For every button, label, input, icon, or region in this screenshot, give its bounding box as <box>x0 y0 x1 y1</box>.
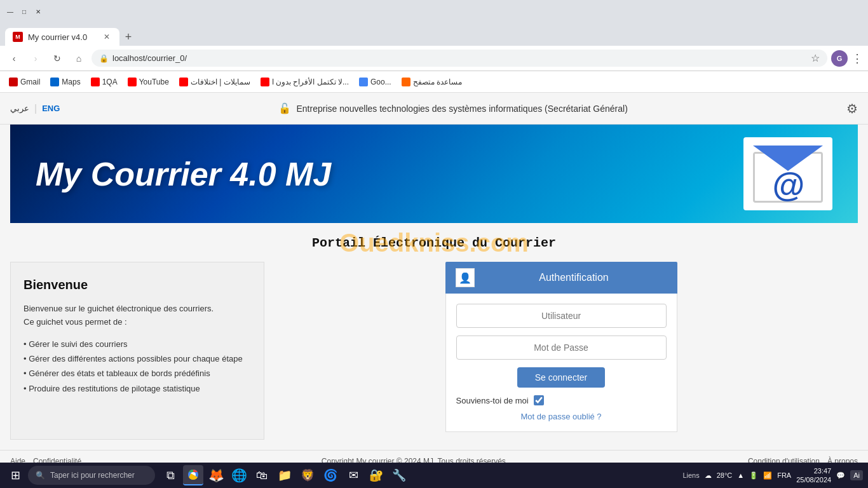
email-envelope-icon: @ <box>753 146 823 203</box>
forgot-password-link[interactable]: Mot de passe oublié ? <box>456 412 667 421</box>
taskbar: ⊞ 🔍 Taper ici pour rechercher ⧉ 🦊 🌐 🛍 📁 … <box>0 463 868 488</box>
vpn-taskbar-icon[interactable]: 🔐 <box>366 465 386 485</box>
welcome-panel: Bienvenue Bienvenue sur le guichet élect… <box>10 262 264 440</box>
profile-button[interactable]: G <box>831 50 848 67</box>
hero-banner: My Courrier 4.0 MJ @ <box>10 125 858 223</box>
ai-label[interactable]: Ai <box>850 470 863 480</box>
bookmark-help[interactable]: مساعدة متصفح <box>398 76 466 88</box>
remember-checkbox[interactable] <box>534 395 544 405</box>
login-box: 👤 Authentification Se connecter Souviens… <box>445 262 677 440</box>
date-display: 25/08/2024 <box>796 475 831 484</box>
tab-close-button[interactable]: ✕ <box>102 32 112 42</box>
edge-taskbar-icon[interactable]: 🌐 <box>229 465 249 485</box>
login-header: 👤 Authentification <box>445 262 677 294</box>
gmail-favicon <box>9 78 18 86</box>
bookmark-smilat[interactable]: سمايلات | اختلافات <box>175 76 254 88</box>
cloud-icon: ☁ <box>705 471 712 480</box>
taskbar-links-label: Liens <box>682 471 699 479</box>
login-box-wrapper: 👤 Authentification Se connecter Souviens… <box>264 257 858 440</box>
url-text: localhost/courrier_0/ <box>112 53 187 63</box>
window-controls: — □ ✕ <box>5 6 43 17</box>
active-tab[interactable]: M My courrier v4.0 ✕ <box>5 28 119 46</box>
language: FRA <box>777 471 791 479</box>
reload-button[interactable]: ↻ <box>48 50 66 67</box>
home-button[interactable]: ⌂ <box>70 50 88 67</box>
portal-subtitle-section: Portail Électronique du Courrier Ouedkni… <box>10 223 858 257</box>
welcome-item-2: Gérer des différentes actions possibles … <box>24 351 251 366</box>
welcome-item-3: Générer des états et tableaux de bords p… <box>24 366 251 381</box>
task-view-button[interactable]: ⧉ <box>160 465 180 485</box>
login-header-icon: 👤 <box>456 268 475 287</box>
wifi-icon: 📶 <box>763 471 772 480</box>
close-button[interactable]: ✕ <box>33 6 43 17</box>
lang-arabic-link[interactable]: عربي <box>10 104 29 113</box>
language-selector: عربي | ENG <box>10 103 60 114</box>
lock-icon: 🔒 <box>99 54 109 63</box>
taskbar-search[interactable]: 🔍 Taper ici pour rechercher <box>28 466 155 485</box>
remember-label: Souviens-toi de moi <box>456 396 529 405</box>
new-tab-button[interactable]: + <box>119 28 137 46</box>
battery-icon: 🔋 <box>749 471 758 480</box>
hero-title: My Courrier 4.0 MJ <box>36 155 331 193</box>
temperature: 28°C <box>717 471 733 479</box>
chrome-taskbar-icon[interactable] <box>183 465 203 485</box>
tab-title: My courrier v4.0 <box>28 32 87 42</box>
welcome-item-4: Produire des restitutions de pilotage st… <box>24 381 251 396</box>
app-header: عربي | ENG 🔓 Entreprise nouvelles techno… <box>0 93 868 125</box>
lang-english-link[interactable]: ENG <box>42 104 60 113</box>
mail-taskbar-icon[interactable]: ✉ <box>343 465 363 485</box>
edge2-taskbar-icon[interactable]: 🌀 <box>320 465 341 485</box>
bookmark-google-label: Goo... <box>370 78 391 86</box>
welcome-list: Gérer le suivi des courriers Gérer des d… <box>24 337 251 396</box>
start-button[interactable]: ⊞ <box>5 465 25 485</box>
firefox-taskbar-icon[interactable]: 🦊 <box>206 465 226 485</box>
bookmark-afrah[interactable]: لا تكتمل الأفراح بدون ا... <box>257 76 353 88</box>
youtube-favicon <box>128 78 137 86</box>
brave-taskbar-icon[interactable]: 🦁 <box>297 465 318 485</box>
password-input[interactable] <box>456 336 667 360</box>
help-favicon <box>402 78 410 86</box>
bookmark-maps[interactable]: Maps <box>46 76 84 88</box>
page-content: عربي | ENG 🔓 Entreprise nouvelles techno… <box>0 93 868 485</box>
welcome-item-1: Gérer le suivi des courriers <box>24 337 251 351</box>
url-bar[interactable]: 🔒 localhost/courrier_0/ ☆ <box>92 50 827 67</box>
welcome-intro: Bienvenue sur le guichet électronique de… <box>24 302 251 329</box>
maximize-button[interactable]: □ <box>19 6 29 17</box>
chrome-icon-svg <box>187 468 200 481</box>
bookmark-gmail[interactable]: Gmail <box>5 76 44 88</box>
taskbar-up-arrow[interactable]: ▲ <box>737 471 744 479</box>
browser-titlebar: — □ ✕ <box>0 0 868 23</box>
maps-favicon <box>50 78 59 86</box>
login-button[interactable]: Se connecter <box>517 367 606 388</box>
bookmark-google[interactable]: Goo... <box>355 76 395 88</box>
minimize-button[interactable]: — <box>5 6 15 17</box>
login-body: Se connecter Souviens-toi de moi Mot de … <box>445 294 677 432</box>
company-name: Entreprise nouvelles technologies des sy… <box>296 104 627 114</box>
tab-favicon: M <box>13 32 23 42</box>
explorer-taskbar-icon[interactable]: 📁 <box>275 465 295 485</box>
username-input[interactable] <box>456 304 667 328</box>
store-taskbar-icon[interactable]: 🛍 <box>252 465 272 485</box>
notification-icon[interactable]: 💬 <box>836 471 845 480</box>
bookmark-smilat-label: سمايلات | اختلافات <box>191 78 250 86</box>
search-icon: 🔍 <box>36 471 45 480</box>
main-area: Bienvenue Bienvenue sur le guichet élect… <box>0 257 868 450</box>
clock: 23:47 25/08/2024 <box>796 466 831 485</box>
tool-taskbar-icon[interactable]: 🔧 <box>389 465 409 485</box>
bookmark-youtube-label: YouTube <box>139 78 169 86</box>
search-placeholder: Taper ici pour rechercher <box>50 471 135 480</box>
bookmark-youtube[interactable]: YouTube <box>124 76 173 88</box>
bookmark-1qa[interactable]: 1QA <box>87 76 121 88</box>
bookmark-gmail-label: Gmail <box>20 78 40 86</box>
forward-button[interactable]: › <box>27 50 44 67</box>
time-display: 23:47 <box>796 466 831 475</box>
browser-menu-button[interactable]: ⋮ <box>851 51 863 65</box>
bookmark-star-icon[interactable]: ☆ <box>811 52 820 64</box>
bookmark-help-label: مساعدة متصفح <box>413 78 462 86</box>
back-button[interactable]: ‹ <box>5 50 23 67</box>
settings-icon[interactable]: ⚙ <box>846 101 858 116</box>
taskbar-right: Liens ☁ 28°C ▲ 🔋 📶 FRA 23:47 25/08/2024 … <box>682 466 863 485</box>
login-header-title: Authentification <box>481 272 667 283</box>
bookmark-maps-label: Maps <box>62 78 80 86</box>
taskbar-icons: ⧉ 🦊 🌐 🛍 📁 🦁 🌀 ✉ 🔐 🔧 <box>160 465 409 485</box>
